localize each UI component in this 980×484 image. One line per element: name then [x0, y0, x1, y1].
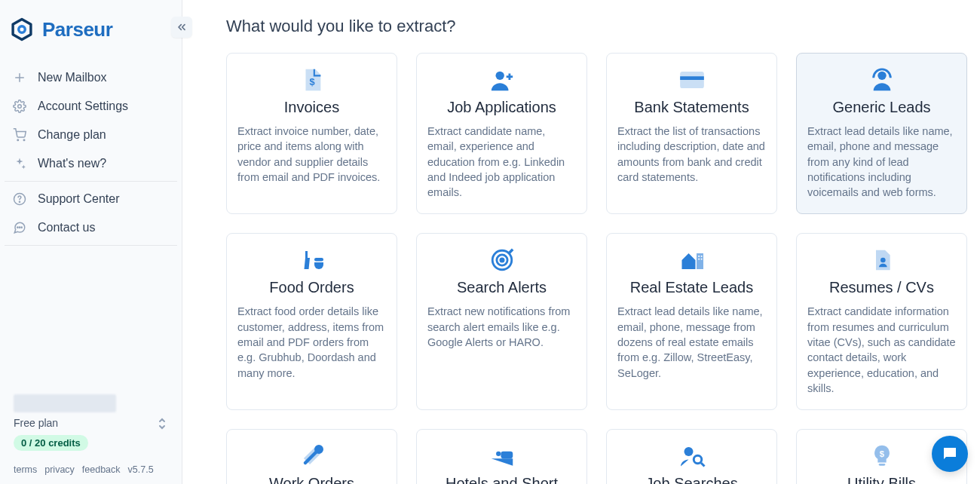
nav-contact-us[interactable]: Contact us	[5, 213, 177, 242]
logo[interactable]: Parseur	[9, 17, 112, 42]
chat-icon	[12, 220, 27, 235]
sidebar-header: Parseur	[0, 0, 182, 50]
card-desc: Extract lead details like name, email, p…	[807, 124, 956, 200]
credits-badge: 0 / 20 credits	[14, 435, 88, 451]
chevron-updown-icon	[158, 418, 168, 428]
footer-feedback[interactable]: feedback	[82, 464, 121, 475]
chat-bubble-icon	[941, 445, 959, 463]
target-icon	[488, 246, 516, 274]
card-resumes-cvs[interactable]: Resumes / CVs Extract candidate informat…	[796, 233, 967, 410]
nav-whats-new[interactable]: What's new?	[5, 149, 177, 178]
cart-icon	[12, 127, 27, 142]
main-content: What would you like to extract? $ Invoic…	[182, 0, 980, 484]
card-title: Hotels and Short	[446, 475, 558, 484]
svg-rect-25	[700, 256, 702, 257]
svg-rect-27	[700, 259, 702, 260]
card-bank-statements[interactable]: Bank Statements Extract the list of tran…	[606, 53, 777, 214]
svg-rect-34	[878, 464, 885, 466]
nav-label: Account Settings	[38, 100, 128, 113]
nav-label: Change plan	[38, 128, 106, 142]
card-desc: Extract the list of transactions includi…	[617, 124, 766, 185]
nav-divider	[5, 245, 177, 246]
svg-point-12	[495, 72, 504, 80]
nav-label: What's new?	[38, 157, 106, 170]
card-title: Resumes / CVs	[829, 279, 934, 296]
resume-icon	[868, 246, 896, 274]
card-invoices[interactable]: $ Invoices Extract invoice number, date,…	[226, 53, 397, 214]
nav-change-plan[interactable]: Change plan	[5, 121, 177, 149]
nav-new-mailbox[interactable]: New Mailbox	[5, 63, 177, 92]
card-title: Real Estate Leads	[630, 279, 753, 296]
card-title: Invoices	[284, 99, 339, 116]
plus-icon	[12, 70, 27, 85]
plan-label: Free plan	[14, 417, 58, 429]
card-desc: Extract invoice number, date, price and …	[237, 124, 386, 185]
card-desc: Extract candidate information from resum…	[807, 304, 956, 396]
footer-terms[interactable]: terms	[14, 464, 37, 475]
gear-icon	[12, 99, 27, 114]
card-title: Utility Bills	[847, 475, 916, 484]
card-desc: Extract food order details like customer…	[237, 304, 386, 380]
nav-label: Support Center	[38, 192, 120, 206]
card-desc: Extract new notifications from search al…	[427, 304, 576, 350]
card-title: Job Applications	[447, 99, 556, 116]
question-icon	[12, 191, 27, 207]
extractor-cards-grid: $ Invoices Extract invoice number, date,…	[226, 53, 959, 484]
nav-label: Contact us	[38, 221, 95, 234]
card-search-alerts[interactable]: Search Alerts Extract new notifications …	[416, 233, 587, 410]
card-title: Search Alerts	[457, 279, 547, 296]
svg-rect-16	[680, 76, 704, 80]
intercom-chat-button[interactable]	[932, 436, 968, 472]
plan-blur-placeholder	[14, 394, 116, 412]
person-search-icon	[678, 442, 706, 470]
sidebar: Parseur New Mailbox Account Settings Cha…	[0, 0, 182, 484]
card-generic-leads[interactable]: Generic Leads Extract lead details like …	[796, 53, 967, 214]
brand-name: Parseur	[42, 18, 112, 41]
svg-text:$: $	[879, 450, 884, 459]
card-hotels[interactable]: Hotels and Short	[416, 429, 587, 484]
plan-selector[interactable]: Free plan	[14, 417, 168, 429]
bulb-dollar-icon: $	[868, 442, 896, 470]
svg-line-22	[508, 250, 513, 254]
svg-point-7	[19, 201, 20, 202]
svg-point-17	[877, 72, 886, 80]
nav-account-settings[interactable]: Account Settings	[5, 92, 177, 121]
nav-support-center[interactable]: Support Center	[5, 185, 177, 213]
tools-icon	[298, 442, 326, 470]
svg-point-29	[315, 446, 322, 453]
svg-rect-30	[501, 452, 513, 459]
svg-rect-26	[698, 259, 700, 260]
svg-point-3	[18, 105, 22, 109]
card-job-searches[interactable]: Job Searches	[606, 429, 777, 484]
card-title: Bank Statements	[634, 99, 749, 116]
headset-icon	[868, 66, 896, 94]
svg-point-21	[500, 259, 503, 262]
footer-privacy[interactable]: privacy	[44, 464, 75, 475]
svg-point-8	[17, 227, 18, 228]
footer-links: terms privacy feedback v5.7.5	[14, 464, 168, 475]
card-title: Job Searches	[645, 475, 737, 484]
svg-point-9	[19, 227, 20, 228]
page-title: What would you like to extract?	[226, 17, 959, 36]
footer-version: v5.7.5	[128, 464, 154, 475]
svg-rect-24	[698, 256, 700, 257]
svg-point-4	[17, 139, 19, 141]
card-real-estate-leads[interactable]: Real Estate Leads Extract lead details l…	[606, 233, 777, 410]
sparkle-icon	[12, 156, 27, 171]
card-title: Work Orders	[269, 475, 354, 484]
invoice-icon: $	[298, 66, 326, 94]
svg-point-32	[694, 456, 702, 464]
sidebar-footer: Free plan 0 / 20 credits terms privacy f…	[0, 394, 182, 484]
svg-point-0	[19, 26, 26, 33]
card-job-applications[interactable]: Job Applications Extract candidate name,…	[416, 53, 587, 214]
svg-rect-18	[314, 258, 323, 262]
nav-divider	[5, 181, 177, 182]
logo-mark-icon	[9, 17, 35, 42]
card-work-orders[interactable]: Work Orders	[226, 429, 397, 484]
card-food-orders[interactable]: Food Orders Extract food order details l…	[226, 233, 397, 410]
card-desc: Extract lead details like name, email, p…	[617, 304, 766, 380]
svg-point-5	[23, 139, 25, 141]
svg-point-28	[880, 258, 886, 263]
bed-icon	[488, 442, 516, 470]
svg-point-10	[21, 227, 22, 228]
